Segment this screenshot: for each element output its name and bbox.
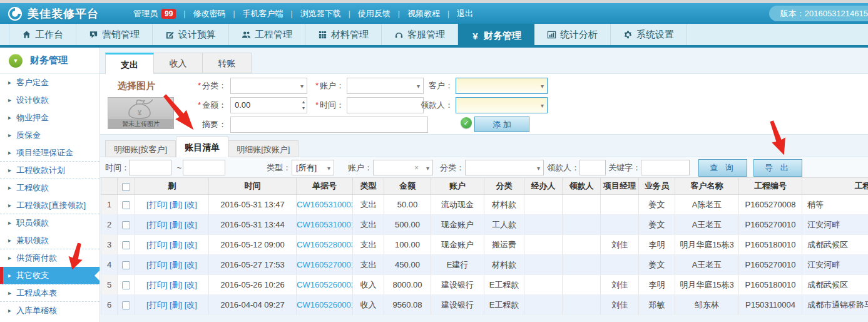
time-input[interactable] [347, 97, 424, 113]
edit-link[interactable]: [改] [185, 240, 197, 249]
delete-link[interactable]: [删] [170, 260, 182, 269]
doc-number-link[interactable]: CW1605310001 [297, 220, 353, 229]
admin-link[interactable]: 管理员99 [133, 8, 176, 19]
category-filter-select[interactable]: ▾ [465, 160, 544, 175]
doc-number-link[interactable]: CW1605310002 [297, 200, 353, 209]
image-picker-title[interactable]: 选择图片 [118, 80, 155, 92]
print-link[interactable]: [打印] [146, 300, 167, 309]
tab-收入[interactable]: 收入 [154, 53, 203, 73]
delete-link[interactable]: [删] [170, 200, 182, 209]
delete-link[interactable]: [删] [170, 220, 182, 229]
sidebar-item-质保金[interactable]: ▸质保金 [0, 127, 100, 144]
sidebar-item-工程成本表[interactable]: ▸工程成本表 [0, 284, 100, 302]
topbar-link[interactable]: 使用反馈 [358, 8, 391, 19]
doc-number-link[interactable]: CW1605280003 [297, 240, 353, 249]
row-checkbox[interactable] [122, 301, 130, 309]
row-checkbox[interactable] [122, 241, 130, 249]
nav-tab-材料管理[interactable]: 材料管理 [305, 24, 382, 45]
edit-link[interactable]: [改] [185, 260, 197, 269]
sidebar-item-客户定金[interactable]: ▸客户定金 [0, 74, 100, 91]
row-index: 2 [101, 215, 118, 235]
row-checkbox[interactable] [122, 281, 130, 289]
topbar-link[interactable]: 手机客户端 [243, 8, 283, 19]
export-button[interactable]: 导 出 [753, 159, 802, 177]
sidebar-item-兼职领款[interactable]: ▸兼职领款 [0, 232, 100, 249]
image-upload-box[interactable]: ¥ 暂未上传图片 [108, 97, 174, 129]
sidebar-item-项目经理保证金[interactable]: ▸项目经理保证金 [0, 144, 100, 162]
clear-icon[interactable]: × [414, 164, 419, 172]
print-link[interactable]: [打印] [146, 280, 167, 289]
nav-tab-财务管理[interactable]: ¥财务管理 [458, 24, 534, 48]
sidebar-item-label: 物业押金 [16, 113, 49, 122]
svg-text:¥: ¥ [138, 109, 142, 117]
row-checkbox[interactable] [122, 201, 130, 209]
tab-转账[interactable]: 转账 [203, 53, 252, 73]
print-link[interactable]: [打印] [146, 220, 167, 229]
payee-filter-input[interactable] [580, 160, 606, 175]
amount-stepper[interactable]: ▴▾ [302, 99, 305, 112]
customer-select[interactable]: ▾ [456, 78, 548, 94]
delete-link[interactable]: [删] [170, 280, 182, 289]
topbar-link[interactable]: 视频教程 [407, 8, 440, 19]
edit-link[interactable]: [改] [185, 220, 197, 229]
summary-input[interactable] [230, 117, 428, 133]
payee-select[interactable]: ▾ [456, 97, 548, 113]
add-button[interactable]: 添 加 [474, 117, 529, 132]
nav-tab-营销管理[interactable]: 营销管理 [76, 24, 153, 45]
account-select[interactable]: ▾ [347, 78, 424, 94]
delete-link[interactable]: [删] [170, 240, 182, 249]
sidebar-item-供货商付款[interactable]: ▸供货商付款 [0, 249, 100, 267]
notification-badge[interactable]: 99 [161, 9, 176, 19]
print-link[interactable]: [打印] [146, 200, 167, 209]
collapse-toggle-icon[interactable]: ▼ [9, 54, 23, 68]
nav-tab-工作台[interactable]: 工作台 [9, 24, 76, 45]
tab-账目清单[interactable]: 账目清单 [176, 137, 228, 157]
tab-明细账[按客户][interactable]: 明细账[按客户] [105, 140, 176, 157]
tab-明细账[按账户][interactable]: 明细账[按账户] [228, 140, 299, 157]
row-actions: [打印] [删] [改] [135, 195, 209, 215]
topbar-link[interactable]: 修改密码 [193, 8, 225, 19]
select-all-checkbox[interactable] [122, 183, 130, 191]
nav-tab-设计预算[interactable]: 设计预算 [153, 24, 229, 45]
separator: | [398, 9, 400, 18]
doc-number-link[interactable]: CW1605260002 [297, 280, 353, 289]
sidebar-item-工程收款计划[interactable]: ▸工程收款计划 [0, 162, 100, 179]
row-checkbox[interactable] [122, 261, 130, 269]
sidebar-item-入库单稽核[interactable]: ▸入库单稽核 [0, 302, 100, 319]
type-select[interactable]: [所有] ▾ [292, 160, 334, 175]
delete-link[interactable]: [删] [170, 300, 182, 309]
sidebar-item-物业押金[interactable]: ▸物业押金 [0, 109, 100, 127]
doc-number-link[interactable]: CW1605270001 [297, 260, 353, 269]
col-header-经办人: 经办人 [524, 178, 563, 195]
cell-account: 现金账户 [431, 235, 484, 255]
sidebar-item-职员领款[interactable]: ▸职员领款 [0, 214, 100, 232]
time-to-input[interactable] [183, 160, 225, 175]
sidebar-item-工程领款[直接领款][interactable]: ▸工程领款[直接领款] [0, 197, 100, 214]
edit-link[interactable]: [改] [185, 300, 197, 309]
account-filter-combo[interactable]: × ▾ [373, 160, 433, 175]
nav-tab-工程管理[interactable]: 工程管理 [229, 24, 305, 45]
topbar-link[interactable]: 退出 [457, 8, 473, 19]
tab-支出[interactable]: 支出 [105, 53, 154, 74]
nav-tab-统计分析[interactable]: 统计分析 [534, 24, 611, 45]
amount-input[interactable]: 0.00 ▴▾ [230, 97, 307, 113]
print-link[interactable]: [打印] [146, 240, 167, 249]
topbar-link[interactable]: 浏览器下载 [300, 8, 341, 19]
chevron-down-icon: ▾ [327, 164, 330, 171]
nav-tab-客服管理[interactable]: 客服管理 [382, 24, 458, 45]
doc-number-link[interactable]: CW1605260001 [297, 300, 353, 309]
time-from-input[interactable] [129, 160, 171, 175]
sidebar-item-其它收支[interactable]: ▸其它收支 [0, 267, 100, 284]
sidebar-item-工程收款[interactable]: ▸工程收款 [0, 179, 100, 197]
print-link[interactable]: [打印] [146, 260, 167, 269]
row-checkbox[interactable] [122, 221, 130, 229]
search-button[interactable]: 查 询 [698, 159, 747, 177]
nav-tab-系统设置[interactable]: 系统设置 [611, 24, 687, 45]
keyword-input[interactable] [641, 160, 690, 175]
category-select[interactable]: ▾ [230, 78, 307, 94]
edit-link[interactable]: [改] [185, 200, 197, 209]
edit-link[interactable]: [改] [185, 280, 197, 289]
sidebar-header[interactable]: ▼ 财务管理 [0, 48, 100, 74]
col-header-单据号: 单据号 [297, 178, 353, 195]
sidebar-item-设计收款[interactable]: ▸设计收款 [0, 91, 100, 109]
